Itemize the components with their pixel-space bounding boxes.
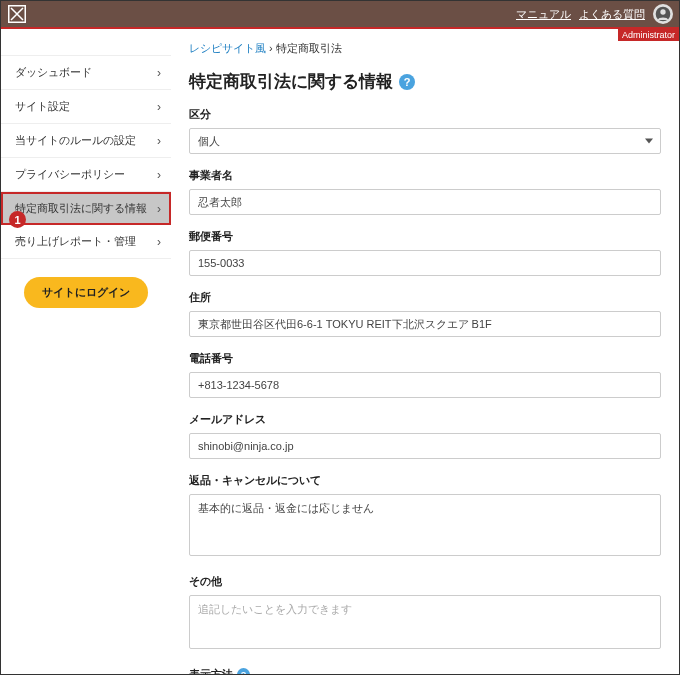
breadcrumb-separator: › — [269, 42, 276, 54]
breadcrumb-current: 特定商取引法 — [276, 42, 342, 54]
address-label: 住所 — [189, 290, 661, 305]
postal-code-input[interactable] — [189, 250, 661, 276]
sidebar-item-label: プライバシーポリシー — [15, 167, 125, 182]
sidebar-item-privacy-policy[interactable]: プライバシーポリシー› — [1, 158, 171, 192]
chevron-right-icon: › — [157, 66, 161, 80]
other-textarea[interactable] — [189, 595, 661, 649]
sidebar-item-dashboard[interactable]: ダッシュボード› — [1, 55, 171, 90]
email-input[interactable] — [189, 433, 661, 459]
sidebar-item-site-rules[interactable]: 当サイトのルールの設定› — [1, 124, 171, 158]
manual-link[interactable]: マニュアル — [516, 7, 571, 22]
sidebar-item-site-settings[interactable]: サイト設定› — [1, 90, 171, 124]
site-login-button[interactable]: サイトにログイン — [24, 277, 148, 308]
sidebar-item-label: 特定商取引法に関する情報 — [15, 201, 147, 216]
classification-select[interactable]: 個人 — [189, 128, 661, 154]
faq-link[interactable]: よくある質問 — [579, 7, 645, 22]
phone-input[interactable] — [189, 372, 661, 398]
top-bar: マニュアル よくある質問 — [1, 1, 679, 29]
user-avatar-icon[interactable] — [653, 4, 673, 24]
chevron-right-icon: › — [157, 202, 161, 216]
operator-name-input[interactable] — [189, 189, 661, 215]
svg-point-2 — [660, 9, 665, 14]
breadcrumb: レシピサイト風 › 特定商取引法 — [189, 41, 661, 56]
annotation-marker-1: 1 — [9, 211, 26, 228]
sidebar-item-sales-report[interactable]: 売り上げレポート・管理› — [1, 225, 171, 259]
chevron-right-icon: › — [157, 168, 161, 182]
help-icon[interactable]: ? — [237, 668, 250, 674]
main-content: レシピサイト風 › 特定商取引法 特定商取引法に関する情報 ? 区分 個人 事業… — [171, 29, 679, 674]
sidebar-item-label: ダッシュボード — [15, 65, 92, 80]
other-label: その他 — [189, 574, 661, 589]
sidebar-item-commerce-law[interactable]: 特定商取引法に関する情報› — [1, 192, 171, 225]
help-icon[interactable]: ? — [399, 74, 415, 90]
admin-badge: Administrator — [618, 29, 679, 41]
phone-label: 電話番号 — [189, 351, 661, 366]
address-input[interactable] — [189, 311, 661, 337]
chevron-right-icon: › — [157, 235, 161, 249]
breadcrumb-link[interactable]: レシピサイト風 — [189, 42, 266, 54]
app-logo-icon[interactable] — [7, 4, 27, 24]
sidebar-item-label: 当サイトのルールの設定 — [15, 133, 136, 148]
display-method-label: 表示方法 ? — [189, 667, 661, 674]
operator-name-label: 事業者名 — [189, 168, 661, 183]
classification-label: 区分 — [189, 107, 661, 122]
sidebar-item-label: サイト設定 — [15, 99, 70, 114]
postal-code-label: 郵便番号 — [189, 229, 661, 244]
sidebar-item-label: 売り上げレポート・管理 — [15, 234, 136, 249]
returns-textarea[interactable]: 基本的に返品・返金には応じません — [189, 494, 661, 556]
returns-label: 返品・キャンセルについて — [189, 473, 661, 488]
page-title: 特定商取引法に関する情報 ? — [189, 70, 661, 93]
sidebar: ダッシュボード› サイト設定› 当サイトのルールの設定› プライバシーポリシー›… — [1, 29, 171, 674]
chevron-right-icon: › — [157, 100, 161, 114]
chevron-right-icon: › — [157, 134, 161, 148]
email-label: メールアドレス — [189, 412, 661, 427]
